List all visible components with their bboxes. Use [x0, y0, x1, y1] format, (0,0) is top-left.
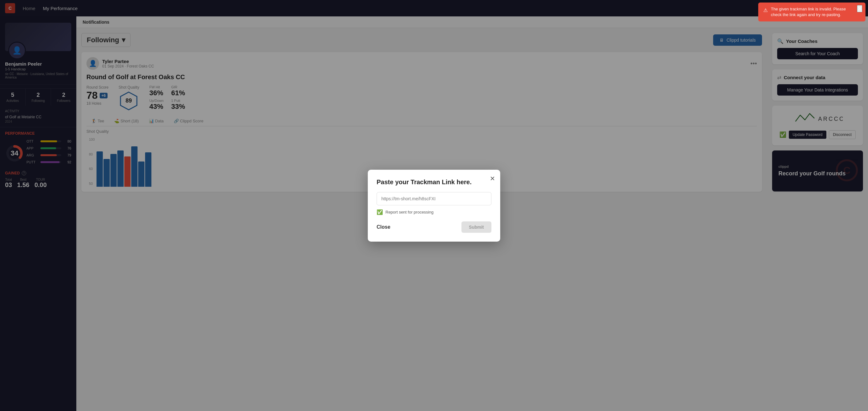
modal-actions: Close Submit	[377, 221, 491, 233]
error-message: The given trackman link is invalid. Plea…	[771, 6, 853, 18]
success-text: Report sent for processing	[385, 210, 433, 215]
modal-overlay: Paste your Trackman Link here. ✕ ✅ Repor…	[0, 0, 868, 411]
trackman-link-input[interactable]	[377, 192, 491, 205]
warning-icon: ⚠	[763, 7, 768, 14]
modal-close-button[interactable]: Close	[377, 224, 391, 230]
check-circle-icon: ✅	[377, 209, 383, 215]
modal-submit-button[interactable]: Submit	[461, 221, 491, 233]
modal-success-message: ✅ Report sent for processing	[377, 209, 491, 215]
trackman-modal: Paste your Trackman Link here. ✕ ✅ Repor…	[368, 170, 500, 242]
toast-close-button[interactable]: ✕	[857, 5, 862, 12]
modal-close-x-button[interactable]: ✕	[490, 175, 495, 182]
modal-title: Paste your Trackman Link here.	[377, 179, 491, 186]
error-toast: ⚠ The given trackman link is invalid. Pl…	[758, 2, 866, 22]
